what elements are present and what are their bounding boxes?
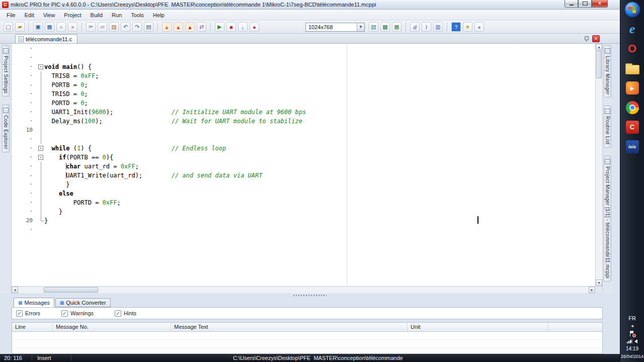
- help-button[interactable]: ?: [451, 22, 461, 32]
- warnings-checkbox[interactable]: ✓: [61, 310, 68, 317]
- code-line[interactable]: 20}: [12, 216, 595, 225]
- hints-checkbox[interactable]: ✓: [115, 310, 121, 317]
- scroll-up-arrow[interactable]: ▲: [596, 44, 602, 50]
- open-file-button[interactable]: ▰: [15, 22, 25, 32]
- fold-collapse-icon[interactable]: -: [38, 64, 43, 69]
- close-file-button[interactable]: ×: [56, 22, 66, 32]
- build-button[interactable]: ▲: [162, 22, 172, 32]
- code-line[interactable]: · else: [12, 189, 595, 198]
- column-message-text[interactable]: Message Text: [171, 323, 408, 331]
- code-line[interactable]: · UART1_Init(9600); // Initialize UART m…: [12, 108, 595, 117]
- menu-view[interactable]: View: [39, 11, 60, 20]
- mikroc-icon[interactable]: C: [623, 120, 641, 135]
- vertical-scrollbar[interactable]: ▲ ▼: [595, 44, 602, 286]
- code-line[interactable]: ·- while (1) { // Endless loop: [12, 144, 595, 153]
- rebuild-button[interactable]: ▲: [174, 22, 183, 32]
- program-button[interactable]: ⇄: [197, 22, 206, 32]
- panel-tab-project-settings[interactable]: Project Settings: [2, 45, 10, 97]
- edit-project-button[interactable]: ▧: [369, 22, 378, 32]
- code-line[interactable]: · Delay_ms(100); // Wait for UART module…: [12, 117, 595, 126]
- build-and-program-button[interactable]: ▲: [185, 22, 195, 32]
- clock-date[interactable]: 26/04/2014: [621, 354, 643, 359]
- panel-tab-library-manager[interactable]: Library Manager: [604, 45, 611, 98]
- fold-marker[interactable]: -: [38, 144, 44, 153]
- code-line[interactable]: · TRISD = 0;: [12, 89, 595, 99]
- code-line[interactable]: · TRISB = 0xFF;: [12, 71, 595, 80]
- column-unit[interactable]: Unit: [408, 323, 548, 331]
- pin-icon[interactable]: [584, 36, 589, 42]
- project-manager-button[interactable]: ▦: [392, 22, 401, 32]
- vertical-scroll-thumb[interactable]: [596, 51, 602, 78]
- code-editor[interactable]: ···-void main() {· TRISB = 0xFF;- PORTB …: [12, 44, 602, 293]
- tab-messages[interactable]: ▦Messages: [14, 298, 54, 307]
- panel-splitter[interactable]: [0, 293, 620, 298]
- breakpoints-button[interactable]: ●: [250, 22, 259, 32]
- isis-icon[interactable]: isis: [623, 139, 641, 154]
- panel-tab-routine-list[interactable]: Routine List: [604, 106, 611, 147]
- menu-file[interactable]: File: [2, 11, 20, 20]
- tab-quick-converter[interactable]: ▩Quick Converter: [55, 298, 111, 307]
- horizontal-scroll-thumb[interactable]: [44, 287, 98, 293]
- code-line[interactable]: · PORTD = 0;: [12, 99, 595, 108]
- show-tips-button[interactable]: ★: [463, 22, 472, 32]
- uncomment-lines-button[interactable]: l: [422, 22, 431, 32]
- code-line[interactable]: ·: [12, 53, 595, 62]
- menu-edit[interactable]: Edit: [20, 11, 39, 20]
- code-line[interactable]: · }: [12, 180, 595, 189]
- clock-time[interactable]: 14:19: [626, 346, 638, 351]
- resolution-combo[interactable]: 1024x768 ▼: [305, 23, 365, 32]
- code-line[interactable]: · char uart_rd = 0xFF;: [12, 162, 595, 171]
- close-all-button[interactable]: ×: [68, 22, 77, 32]
- horizontal-scrollbar[interactable]: ◄ ►: [12, 286, 595, 293]
- stop-debugger-button[interactable]: ■: [226, 22, 236, 32]
- folder-icon[interactable]: [623, 61, 641, 76]
- menu-project[interactable]: Project: [59, 11, 86, 20]
- fold-marker[interactable]: -: [38, 62, 44, 71]
- code-line[interactable]: - PORTB = 0;: [12, 80, 595, 89]
- action-center-flag-icon[interactable]: [630, 331, 634, 336]
- menu-help[interactable]: Help: [148, 11, 169, 20]
- code-line[interactable]: ·: [12, 135, 595, 144]
- media-player-icon[interactable]: ▶: [623, 80, 641, 96]
- errors-checkbox[interactable]: ✓: [16, 310, 23, 317]
- filter-warnings[interactable]: ✓Warnings: [61, 310, 94, 317]
- code-line[interactable]: · PORTD = 0xFF;: [12, 198, 595, 207]
- save-file-button[interactable]: ▣: [33, 22, 43, 32]
- titlebar[interactable]: C mikroC PRO for PIC v.4.60.0.0 - C:\Use…: [0, 0, 620, 10]
- save-all-button[interactable]: ▦: [45, 22, 54, 32]
- print-button[interactable]: ▤: [144, 22, 153, 32]
- maximize-button[interactable]: [578, 0, 592, 8]
- filter-errors[interactable]: ✓Errors: [16, 310, 40, 317]
- code-line[interactable]: · }: [12, 207, 595, 216]
- comment-lines-button[interactable]: d: [410, 22, 420, 32]
- panel-tab-project-manager-1-1-t-l-commande11-mcppi[interactable]: Project Manager [1/1] - télécommande11.m…: [604, 156, 611, 282]
- panel-tab-code-explorer[interactable]: Code Explorer: [2, 105, 10, 152]
- new-file-button[interactable]: ▢: [4, 22, 13, 32]
- cut-button[interactable]: ✂: [86, 22, 96, 32]
- scroll-left-arrow[interactable]: ◄: [12, 287, 18, 293]
- code-line[interactable]: - UART1_Write(uart_rd); // and send data…: [12, 171, 595, 180]
- code-line[interactable]: ·: [12, 225, 595, 234]
- column-line[interactable]: Line: [12, 323, 53, 331]
- scroll-right-arrow[interactable]: ►: [589, 287, 595, 293]
- clean-project-button[interactable]: ▩: [380, 22, 390, 32]
- close-tab-button[interactable]: ×: [592, 35, 600, 42]
- chrome-icon[interactable]: [623, 100, 641, 115]
- hidden-icons-chevron[interactable]: ◄: [630, 324, 634, 328]
- code-line[interactable]: ·- if(PORTB == 0){: [12, 153, 595, 162]
- fold-marker[interactable]: -: [38, 153, 44, 162]
- scroll-down-arrow[interactable]: ▼: [596, 280, 602, 286]
- paste-button[interactable]: ▨: [109, 22, 119, 32]
- tab-telecommande11[interactable]: télécommande11.c: [15, 34, 77, 43]
- opera-icon[interactable]: O: [623, 41, 641, 56]
- menu-tools[interactable]: Tools: [126, 11, 148, 20]
- menu-build[interactable]: Build: [86, 11, 107, 20]
- fold-collapse-icon[interactable]: -: [38, 146, 43, 151]
- code-templates-button[interactable]: ▥: [433, 22, 443, 32]
- undo-button[interactable]: ↶: [121, 22, 130, 32]
- check-updates-button[interactable]: ●: [474, 22, 484, 32]
- volume-icon[interactable]: [634, 339, 637, 343]
- close-button[interactable]: ×: [592, 0, 608, 8]
- run-debugger-button[interactable]: ▶: [215, 22, 224, 32]
- step-into-button[interactable]: ↓: [238, 22, 248, 32]
